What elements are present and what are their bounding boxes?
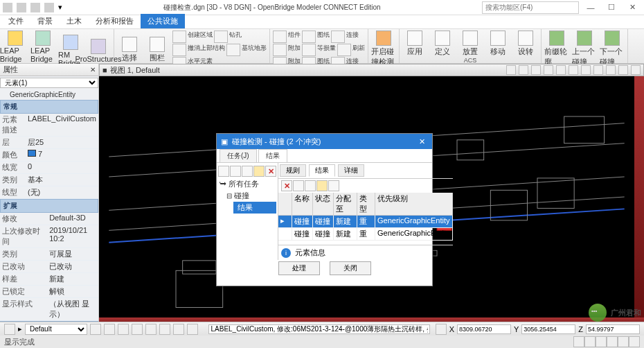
tree-entity[interactable]: GenericGraphicEntity [0, 89, 98, 100]
mini-tab-details[interactable]: 详细 [338, 164, 364, 177]
close-button[interactable]: 关闭 [330, 261, 371, 275]
tree-job[interactable]: ⊟ 碰撞 [218, 190, 276, 202]
grid-filter-icon[interactable] [328, 180, 339, 191]
tree-root[interactable]: ⮩ 所有任务 [218, 178, 276, 190]
ribbon-tab-civil[interactable]: 土木 [60, 14, 89, 28]
view-tool-icon[interactable] [593, 65, 603, 75]
delete-icon[interactable]: ✕ [265, 166, 276, 177]
prop-row[interactable]: 类别基本 [0, 174, 98, 186]
coord-z-input[interactable] [586, 324, 640, 334]
ribbon-tab-file[interactable]: 文件 [1, 14, 30, 28]
status-icon[interactable] [629, 336, 640, 347]
view-6-button[interactable] [159, 324, 170, 335]
fence-button[interactable]: 围栏 [145, 37, 170, 63]
snap-icon[interactable] [436, 324, 447, 335]
prop-row[interactable]: 上次修改时间2019/10/21 10:2 [0, 225, 98, 248]
dialog-close-icon[interactable]: ✕ [415, 137, 428, 146]
attach-icon[interactable] [273, 31, 287, 43]
attach-icon[interactable] [331, 31, 345, 43]
cm-icon[interactable] [172, 31, 186, 43]
prev-clash-button[interactable]: 上一个碰撞 [572, 31, 597, 67]
view-1-button[interactable] [90, 324, 101, 335]
view-3-button[interactable] [118, 324, 129, 335]
acs-place-button[interactable]: 放置 [458, 31, 483, 57]
section-extended[interactable]: 扩展 [0, 199, 98, 213]
element-select[interactable]: 元素(1) [0, 78, 98, 88]
tab-tasks[interactable]: 任务(J) [220, 149, 257, 162]
ribbon-tab-utilities[interactable]: 公共设施 [141, 14, 185, 28]
tree-leaf-selected[interactable]: 结果 [233, 202, 276, 214]
viewport[interactable]: ■ 视图 1, Default [99, 64, 644, 327]
col-name[interactable]: 名称 [292, 193, 313, 215]
view-tool-icon[interactable] [531, 65, 541, 75]
grid-icon[interactable] [293, 180, 304, 191]
arrow-icon[interactable]: ▸ [18, 324, 22, 333]
maximize-button[interactable]: ☐ [602, 1, 620, 14]
grid-folder-icon[interactable] [316, 180, 328, 191]
view-tool-icon[interactable] [556, 65, 566, 75]
acs-define-button[interactable]: 定义 [430, 31, 455, 57]
prop-row[interactable]: 层层25 [0, 137, 98, 149]
view-2-button[interactable] [104, 324, 115, 335]
view-tool-icon[interactable] [618, 65, 628, 75]
grid-delete-icon[interactable]: ✕ [281, 180, 292, 191]
attach-icon[interactable] [273, 44, 287, 56]
close-button[interactable]: ✕ [623, 1, 641, 14]
cm-icon[interactable] [214, 31, 228, 43]
cm-icon[interactable] [172, 44, 186, 56]
prop-row[interactable]: 类别可展显 [0, 248, 98, 261]
col-assign[interactable]: 分配至 [334, 193, 357, 215]
view-tool-icon[interactable] [569, 65, 578, 75]
view-tool-icon[interactable] [581, 65, 591, 75]
table-row[interactable]: ▸ 碰撞 碰撞 新建 重 GenericGraphicEntity [278, 216, 453, 228]
prop-row[interactable]: 修改Default-3D [0, 213, 98, 225]
panel-close-icon[interactable]: ✕ [90, 66, 96, 73]
coord-y-input[interactable] [521, 324, 575, 334]
selection-field[interactable] [208, 324, 429, 334]
open-icon[interactable] [230, 166, 241, 177]
prop-row[interactable]: 已锁定解锁 [0, 286, 98, 298]
view-tool-icon[interactable] [606, 65, 616, 75]
status-icon[interactable] [618, 336, 629, 347]
view-tool-icon[interactable] [544, 65, 553, 75]
folder-icon[interactable] [253, 166, 265, 177]
col-type[interactable]: 类型 [357, 193, 375, 215]
acs-rotate-button[interactable]: 设转 [513, 31, 538, 57]
qat-redo-icon[interactable] [44, 3, 54, 12]
view-5-button[interactable] [145, 324, 156, 335]
new-icon[interactable] [218, 166, 229, 177]
clash-profile-button[interactable]: 前缀轮廓 [544, 31, 569, 67]
prop-row[interactable]: 显示样式（从视图 显示） [0, 298, 98, 321]
acs-apply-button[interactable]: 应用 [402, 31, 427, 57]
prop-row[interactable]: 元素描述LABEL_CivilCustom [0, 114, 98, 137]
open-clash-button[interactable]: 开启碰撞检测 [371, 31, 396, 67]
attach-icon[interactable] [337, 44, 351, 56]
prop-row[interactable]: 线型(无) [0, 186, 98, 199]
prop-row[interactable]: 线宽0 [0, 162, 98, 174]
dialog-header[interactable]: ▣ 碰撞检测 - 碰撞 (2 个冲突) ✕ [217, 134, 432, 149]
view-7-button[interactable] [173, 324, 184, 335]
prop-row[interactable]: 样差新建 [0, 273, 98, 286]
ribbon-tab-analysis[interactable]: 分析和报告 [89, 14, 141, 28]
cm-icon[interactable] [226, 44, 240, 56]
prop-row[interactable]: 颜色 7 [0, 149, 98, 162]
view-4-button[interactable] [132, 324, 143, 335]
ribbon-tab-bg[interactable]: 背景 [30, 14, 60, 28]
grid-icon[interactable] [305, 180, 316, 191]
view-tool-icon[interactable] [519, 65, 528, 75]
mini-tab-results[interactable]: 结果 [309, 164, 335, 177]
select-button[interactable]: 选择 [117, 37, 142, 63]
acs-move-button[interactable]: 移动 [485, 31, 510, 57]
prostructures-button[interactable]: ProStructures [86, 39, 111, 63]
status-icon[interactable] [573, 336, 584, 347]
vertical-scrollbar[interactable] [634, 76, 644, 317]
view-select[interactable]: Default [25, 324, 87, 335]
coord-x-input[interactable] [457, 324, 511, 334]
view-tool-icon[interactable] [631, 65, 641, 75]
process-button[interactable]: 处理 [278, 261, 320, 275]
qat-save-icon[interactable] [17, 3, 26, 12]
table-row[interactable]: 碰撞 碰撞 新建 重 GenericGraphicEntity [278, 228, 453, 241]
attach-icon[interactable] [302, 31, 316, 43]
view-8-button[interactable] [187, 324, 198, 335]
prop-row[interactable]: 已改动已改动 [0, 261, 98, 273]
